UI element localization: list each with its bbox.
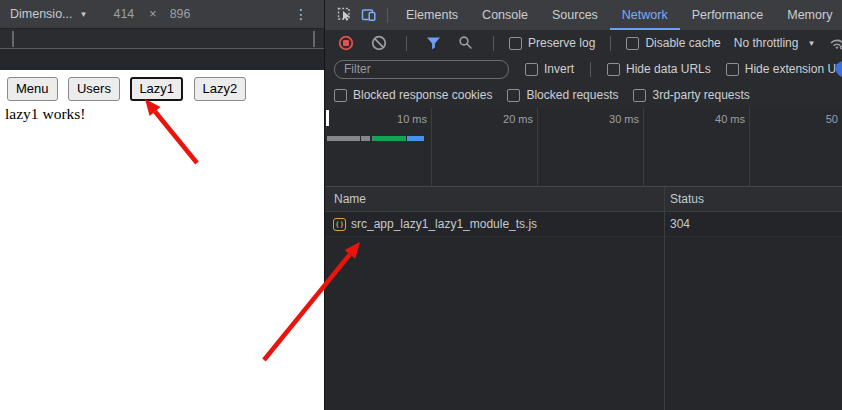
separator: [610, 36, 611, 51]
inspect-element-icon[interactable]: [337, 7, 353, 23]
invert-toggle[interactable]: Invert: [525, 62, 574, 76]
chevron-down-icon: ▼: [807, 39, 815, 48]
ruler-tick-left: [12, 31, 14, 47]
disable-cache-label: Disable cache: [645, 36, 720, 50]
network-conditions-icon[interactable]: [828, 35, 842, 51]
third-party-requests-checkbox[interactable]: [633, 89, 646, 102]
emulated-page: Menu Users Lazy1 Lazy2 lazy1 works!: [0, 70, 324, 410]
timeline-gridline: [749, 108, 750, 186]
invert-checkbox[interactable]: [525, 63, 538, 76]
tab-memory[interactable]: Memory: [775, 0, 842, 30]
table-row[interactable]: () src_app_lazy1_lazy1_module_ts.js 304: [325, 212, 842, 237]
device-width-field[interactable]: 414: [113, 7, 134, 21]
overflow-menu-icon[interactable]: ⋮: [294, 6, 308, 22]
timeline-gridline: [537, 108, 538, 186]
blocked-requests-checkbox[interactable]: [507, 89, 520, 102]
blocked-response-cookies-toggle[interactable]: Blocked response cookies: [334, 88, 492, 102]
throttling-value: No throttling: [734, 36, 799, 50]
hide-data-urls-checkbox[interactable]: [607, 63, 620, 76]
hide-extension-urls-checkbox[interactable]: [726, 63, 739, 76]
dimensions-dropdown[interactable]: Dimensio...: [10, 7, 73, 21]
timeline-gridline: [431, 108, 432, 186]
filter-row: Invert Hide data URLs Hide extension URL…: [325, 56, 842, 82]
requests-table: Name Status () src_app_lazy1_lazy1_modul…: [325, 187, 842, 410]
blocked-requests-label: Blocked requests: [526, 88, 618, 102]
column-header-status[interactable]: Status: [670, 187, 704, 211]
users-button[interactable]: Users: [68, 77, 120, 101]
request-status: 304: [670, 212, 690, 236]
disable-cache-checkbox[interactable]: [626, 37, 639, 50]
tab-network[interactable]: Network: [610, 0, 680, 30]
timeline-tick-label: 30 ms: [577, 113, 639, 125]
throttling-dropdown[interactable]: No throttling ▼: [734, 36, 816, 50]
multiply-glyph: ×: [149, 7, 156, 21]
timeline-tick-label: 20 ms: [471, 113, 533, 125]
column-divider[interactable]: [664, 187, 665, 410]
timeline-gridline: [643, 108, 644, 186]
preserve-log-toggle[interactable]: Preserve log: [509, 36, 595, 50]
invert-label: Invert: [544, 62, 574, 76]
search-icon[interactable]: [458, 35, 474, 51]
screenshot-root: Dimensio... ▼ 414 × 896 ⋮ Menu Users Laz…: [0, 0, 842, 410]
surround-lower: [0, 49, 324, 70]
tab-sources[interactable]: Sources: [540, 0, 610, 30]
timeline-tick-label: 40 ms: [683, 113, 745, 125]
device-height-field[interactable]: 896: [170, 7, 191, 21]
record-network-log-icon[interactable]: [338, 35, 354, 51]
toggle-device-toolbar-icon[interactable]: [361, 7, 377, 23]
disable-cache-toggle[interactable]: Disable cache: [626, 36, 720, 50]
lazy1-button[interactable]: Lazy1: [130, 77, 183, 101]
column-header-name[interactable]: Name: [334, 187, 366, 211]
third-party-requests-label: 3rd-party requests: [652, 88, 749, 102]
network-options-row: Blocked response cookies Blocked request…: [325, 82, 842, 108]
waterfall-bar-gray: [361, 136, 370, 141]
script-icon: (): [333, 218, 346, 231]
hide-data-urls-label: Hide data URLs: [626, 62, 711, 76]
menu-button[interactable]: Menu: [7, 77, 58, 101]
hide-data-urls-toggle[interactable]: Hide data URLs: [607, 62, 711, 76]
lazy2-button[interactable]: Lazy2: [194, 77, 247, 101]
network-overview-timeline[interactable]: 10 ms 20 ms 30 ms 40 ms 50: [325, 108, 842, 187]
blocked-response-cookies-label: Blocked response cookies: [353, 88, 492, 102]
separator: [590, 62, 591, 77]
device-emulation-area: Dimensio... ▼ 414 × 896 ⋮ Menu Users Laz…: [0, 0, 324, 410]
request-name[interactable]: src_app_lazy1_lazy1_module_ts.js: [351, 212, 537, 236]
separator: [406, 36, 407, 51]
third-party-requests-toggle[interactable]: 3rd-party requests: [633, 88, 749, 102]
devtools-tabbar: Elements Console Sources Network Perform…: [325, 0, 842, 30]
separator: [493, 36, 494, 51]
filter-icon[interactable]: [426, 35, 441, 51]
page-button-row: Menu Users Lazy1 Lazy2: [7, 77, 252, 101]
timeline-scrubber[interactable]: [326, 110, 329, 126]
tab-elements[interactable]: Elements: [394, 0, 470, 30]
blocked-requests-toggle[interactable]: Blocked requests: [507, 88, 618, 102]
timeline-tick-label: 10 ms: [365, 113, 427, 125]
chevron-down-icon[interactable]: ▼: [80, 10, 88, 19]
separator: [387, 8, 388, 23]
waterfall-bar-green: [373, 136, 406, 141]
tab-console[interactable]: Console: [470, 0, 540, 30]
page-body-text: lazy1 works!: [5, 105, 86, 123]
filter-input[interactable]: [334, 60, 509, 79]
timeline-tick-label: 50: [776, 113, 838, 125]
tab-performance[interactable]: Performance: [680, 0, 776, 30]
blocked-response-cookies-checkbox[interactable]: [334, 89, 347, 102]
waterfall-bar-gray: [327, 136, 360, 141]
ruler-tick-right: [313, 31, 315, 47]
devtools-panel: Elements Console Sources Network Perform…: [324, 0, 842, 410]
waterfall-bar-blue: [407, 136, 424, 141]
clear-network-log-icon[interactable]: [371, 35, 387, 51]
device-surround: [0, 29, 324, 70]
preserve-log-label: Preserve log: [528, 36, 595, 50]
hide-extension-urls-toggle[interactable]: Hide extension URLs: [726, 62, 842, 76]
preserve-log-checkbox[interactable]: [509, 37, 522, 50]
requests-table-header: Name Status: [325, 187, 842, 212]
device-toolbar: Dimensio... ▼ 414 × 896 ⋮: [0, 0, 324, 29]
network-toolbar: Preserve log Disable cache No throttling…: [325, 30, 842, 56]
hide-extension-urls-label: Hide extension URLs: [745, 62, 842, 76]
